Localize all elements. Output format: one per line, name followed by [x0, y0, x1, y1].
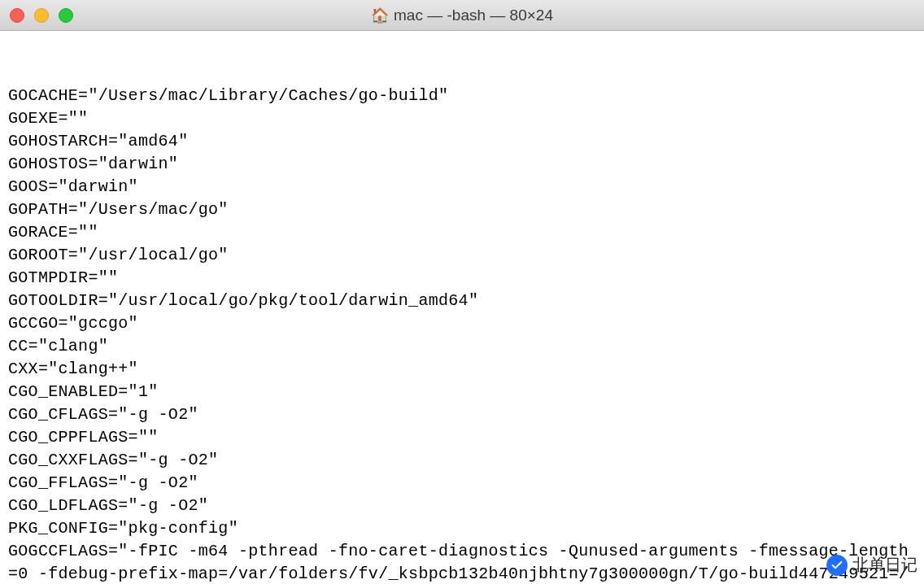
watermark-text: 北单日记 [852, 554, 917, 576]
terminal-line: CGO_ENABLED="1" [8, 381, 916, 403]
watermark: 北单日记 [826, 554, 917, 576]
close-button[interactable] [10, 8, 24, 23]
terminal-line: GOHOSTARCH="amd64" [8, 130, 916, 153]
terminal-line: GOTMPDIR="" [8, 267, 916, 290]
window-title-text: mac — -bash — 80×24 [394, 7, 553, 24]
terminal-line: GOEXE="" [8, 107, 916, 130]
terminal-line: CGO_CXXFLAGS="-g -O2" [8, 449, 916, 472]
terminal-line: GOTOOLDIR="/usr/local/go/pkg/tool/darwin… [8, 290, 916, 312]
window-controls [10, 8, 73, 23]
terminal-line: CXX="clang++" [8, 358, 916, 381]
terminal-line: CGO_FFLAGS="-g -O2" [8, 472, 916, 495]
terminal-line: CGO_CPPFLAGS="" [8, 426, 916, 449]
terminal-line: PKG_CONFIG="pkg-config" [8, 517, 916, 540]
terminal-line: GOCACHE="/Users/mac/Library/Caches/go-bu… [8, 85, 916, 107]
terminal-line: GOOS="darwin" [8, 176, 916, 198]
terminal-output[interactable]: GOCACHE="/Users/mac/Library/Caches/go-bu… [0, 31, 924, 584]
maximize-button[interactable] [59, 8, 73, 23]
home-icon: 🏠 [371, 8, 389, 23]
terminal-line: GOGCCFLAGS="-fPIC -m64 -pthread -fno-car… [8, 540, 916, 584]
terminal-line: GOHOSTOS="darwin" [8, 153, 916, 176]
window-titlebar: 🏠 mac — -bash — 80×24 [0, 0, 924, 31]
terminal-line: CGO_CFLAGS="-g -O2" [8, 403, 916, 426]
terminal-line: GOPATH="/Users/mac/go" [8, 198, 916, 221]
terminal-line: GORACE="" [8, 221, 916, 244]
terminal-line: GOROOT="/usr/local/go" [8, 244, 916, 267]
terminal-line: CGO_LDFLAGS="-g -O2" [8, 495, 916, 517]
terminal-line: CC="clang" [8, 335, 916, 358]
minimize-button[interactable] [34, 8, 49, 23]
watermark-icon [826, 555, 848, 576]
window-title: 🏠 mac — -bash — 80×24 [371, 7, 553, 24]
terminal-line: GCCGO="gccgo" [8, 312, 916, 335]
